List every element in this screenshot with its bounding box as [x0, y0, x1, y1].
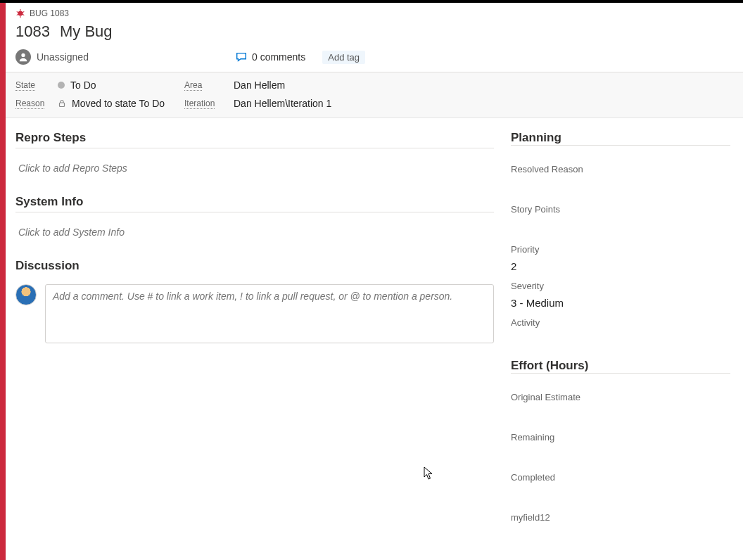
lock-icon — [58, 99, 66, 108]
resolved-reason-label[interactable]: Resolved Reason — [511, 164, 730, 174]
area-value: Dan Hellem — [234, 79, 285, 91]
bug-icon — [15, 8, 25, 18]
iteration-label: Iteration — [184, 98, 215, 109]
comments-count: 0 comments — [252, 51, 305, 63]
planning-title: Planning — [511, 131, 730, 146]
assignee-chip[interactable]: Unassigned — [15, 49, 227, 65]
custom-field-label[interactable]: myfield12 — [511, 512, 730, 523]
activity-label[interactable]: Activity — [511, 317, 730, 328]
severity-label: Severity — [511, 281, 730, 291]
original-estimate-label[interactable]: Original Estimate — [511, 392, 730, 402]
area-label: Area — [184, 80, 202, 91]
avatar — [15, 284, 37, 305]
completed-label[interactable]: Completed — [511, 472, 730, 483]
repro-steps-title: Repro Steps — [15, 131, 494, 148]
discussion-title: Discussion — [15, 259, 494, 276]
state-label: State — [15, 80, 35, 91]
comments-chip[interactable]: 0 comments — [235, 51, 305, 63]
remaining-label[interactable]: Remaining — [511, 432, 730, 443]
reason-label: Reason — [15, 98, 44, 109]
story-points-label[interactable]: Story Points — [511, 204, 730, 215]
work-item-id: 1083 — [15, 23, 50, 41]
work-item-type-label: BUG 1083 — [30, 8, 69, 18]
area-field[interactable]: Dan Hellem — [234, 79, 733, 91]
work-item-title[interactable]: My Bug — [60, 23, 113, 41]
svg-line-4 — [23, 11, 25, 13]
svg-point-0 — [18, 11, 23, 16]
priority-value[interactable]: 2 — [511, 260, 730, 272]
add-tag-button[interactable]: Add tag — [322, 51, 365, 64]
system-info-field[interactable]: Click to add System Info — [15, 222, 494, 255]
person-icon — [15, 49, 31, 65]
priority-label: Priority — [511, 244, 730, 255]
state-dot-icon — [58, 82, 65, 89]
svg-line-5 — [17, 14, 19, 15]
effort-title: Effort (Hours) — [511, 359, 730, 374]
state-value: To Do — [70, 79, 96, 91]
svg-point-7 — [21, 53, 25, 57]
system-info-title: System Info — [15, 195, 494, 212]
iteration-value: Dan Hellem\Iteration 1 — [234, 98, 331, 109]
reason-field[interactable]: Moved to state To Do — [58, 98, 184, 109]
iteration-field[interactable]: Dan Hellem\Iteration 1 — [234, 98, 733, 109]
speech-bubble-icon — [235, 51, 248, 63]
svg-line-3 — [17, 11, 19, 13]
severity-value[interactable]: 3 - Medium — [511, 297, 730, 309]
comment-input[interactable]: Add a comment. Use # to link a work item… — [45, 284, 494, 343]
svg-line-6 — [23, 14, 25, 15]
state-band: State To Do Area Dan Hellem Reason Moved… — [6, 72, 743, 118]
svg-rect-8 — [60, 103, 65, 107]
reason-value: Moved to state To Do — [72, 98, 165, 109]
work-item-color-rail — [0, 3, 6, 560]
state-field[interactable]: To Do — [58, 79, 184, 91]
assignee-text: Unassigned — [37, 51, 89, 63]
repro-steps-field[interactable]: Click to add Repro Steps — [15, 158, 494, 191]
